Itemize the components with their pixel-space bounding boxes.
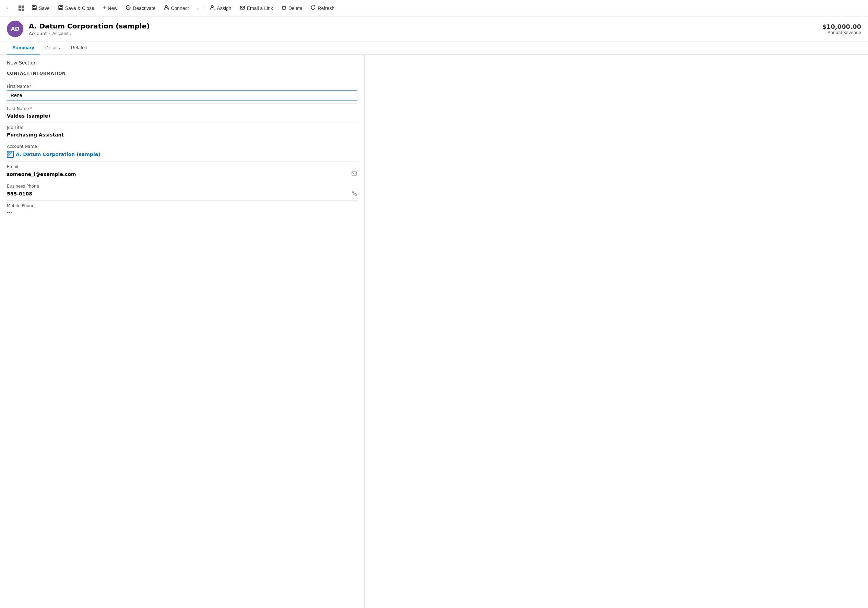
save-icon bbox=[31, 5, 37, 11]
svg-rect-22 bbox=[352, 172, 356, 175]
first-name-label: First Name * bbox=[7, 84, 357, 89]
tab-summary[interactable]: Summary bbox=[7, 42, 40, 54]
breadcrumb-1[interactable]: Account bbox=[29, 31, 47, 36]
svg-rect-9 bbox=[59, 8, 62, 9]
new-button[interactable]: + New bbox=[98, 0, 122, 16]
job-title-value[interactable]: Purchasing Assistant bbox=[7, 131, 357, 138]
left-panel: New Section CONTACT INFORMATION First Na… bbox=[0, 54, 364, 608]
more-options-button[interactable]: ⌄ bbox=[193, 0, 203, 16]
toolbar-divider-1 bbox=[204, 4, 205, 12]
first-name-required: * bbox=[29, 84, 31, 89]
assign-label: Assign bbox=[217, 6, 231, 11]
svg-rect-0 bbox=[19, 6, 21, 8]
mobile-phone-value[interactable]: --- bbox=[7, 209, 357, 215]
form-type-icon bbox=[15, 2, 28, 14]
email-label: Email bbox=[7, 164, 357, 169]
email-value-row: someone_i@example.com bbox=[7, 171, 357, 178]
deactivate-icon bbox=[126, 5, 131, 11]
field-business-phone: Business Phone 555-0108 bbox=[7, 181, 357, 201]
svg-rect-21 bbox=[9, 155, 10, 156]
breadcrumb-2-label: Account bbox=[53, 31, 68, 36]
new-section-title: New Section bbox=[7, 60, 357, 65]
field-job-title: Job Title Purchasing Assistant bbox=[7, 123, 357, 141]
svg-point-13 bbox=[167, 8, 169, 9]
record-header: AD A. Datum Corporation (sample) Account… bbox=[0, 17, 868, 42]
connect-icon bbox=[164, 5, 169, 11]
svg-rect-18 bbox=[282, 6, 286, 7]
email-link-label: Email a Link bbox=[247, 6, 273, 11]
svg-rect-6 bbox=[33, 8, 36, 9]
svg-rect-17 bbox=[283, 6, 285, 6]
refresh-button[interactable]: Refresh bbox=[306, 0, 338, 16]
main-content: New Section CONTACT INFORMATION First Na… bbox=[0, 54, 868, 608]
job-title-label: Job Title bbox=[7, 125, 357, 130]
toolbar: ← Save Save & Close + bbox=[0, 0, 868, 17]
account-name-link[interactable]: A. Datum Corporation (sample) bbox=[7, 150, 357, 158]
svg-point-12 bbox=[165, 6, 167, 8]
svg-rect-19 bbox=[9, 153, 10, 154]
delete-button[interactable]: Delete bbox=[277, 0, 306, 16]
svg-rect-8 bbox=[60, 6, 62, 7]
field-mobile-phone: Mobile Phone --- bbox=[7, 201, 357, 218]
last-name-required: * bbox=[29, 106, 31, 111]
assign-button[interactable]: Assign bbox=[206, 0, 236, 16]
contact-info-heading: CONTACT INFORMATION bbox=[7, 71, 357, 76]
back-button[interactable]: ← bbox=[3, 2, 15, 14]
email-link-button[interactable]: Email a Link bbox=[236, 0, 277, 16]
svg-point-15 bbox=[211, 6, 213, 8]
account-link-icon bbox=[7, 151, 14, 158]
back-icon: ← bbox=[6, 5, 12, 12]
business-phone-value[interactable]: 555-0108 bbox=[7, 190, 32, 197]
email-action-icon[interactable] bbox=[351, 171, 357, 178]
field-last-name: Last Name * Valdes (sample) bbox=[7, 104, 357, 123]
delete-icon bbox=[281, 5, 287, 11]
revenue-label: Annual Revenue bbox=[822, 30, 861, 35]
assign-icon bbox=[210, 5, 215, 11]
email-link-icon bbox=[240, 5, 245, 11]
breadcrumb-dropdown-button[interactable]: Account ⌄ bbox=[53, 31, 72, 36]
svg-rect-5 bbox=[33, 6, 35, 7]
avatar: AD bbox=[7, 20, 23, 37]
save-button[interactable]: Save bbox=[28, 0, 54, 16]
save-close-button[interactable]: Save & Close bbox=[54, 0, 98, 16]
record-title: A. Datum Corporation (sample) bbox=[29, 22, 150, 30]
record-header-left: AD A. Datum Corporation (sample) Account… bbox=[7, 20, 150, 37]
tab-details[interactable]: Details bbox=[40, 42, 65, 54]
delete-label: Delete bbox=[288, 6, 302, 11]
first-name-input[interactable] bbox=[7, 90, 357, 101]
connect-button[interactable]: Connect bbox=[160, 0, 193, 16]
field-first-name: First Name * bbox=[7, 81, 357, 104]
deactivate-label: Deactivate bbox=[133, 6, 155, 11]
email-value[interactable]: someone_i@example.com bbox=[7, 171, 76, 178]
business-phone-label: Business Phone bbox=[7, 184, 357, 189]
save-label: Save bbox=[39, 6, 50, 11]
last-name-value[interactable]: Valdes (sample) bbox=[7, 112, 357, 119]
refresh-icon bbox=[310, 5, 316, 11]
svg-rect-20 bbox=[11, 153, 12, 154]
mobile-phone-label: Mobile Phone bbox=[7, 203, 357, 208]
account-name-label: Account Name bbox=[7, 144, 357, 149]
business-phone-value-row: 555-0108 bbox=[7, 190, 357, 197]
right-panel bbox=[364, 54, 868, 608]
record-identity: A. Datum Corporation (sample) Account · … bbox=[29, 22, 150, 36]
breadcrumb-chevron-icon: ⌄ bbox=[69, 31, 72, 35]
last-name-label: Last Name * bbox=[7, 106, 357, 111]
save-close-label: Save & Close bbox=[65, 6, 94, 11]
save-close-icon bbox=[58, 5, 64, 11]
connect-label: Connect bbox=[171, 6, 189, 11]
field-email: Email someone_i@example.com bbox=[7, 161, 357, 181]
deactivate-button[interactable]: Deactivate bbox=[121, 0, 160, 16]
svg-rect-2 bbox=[19, 9, 21, 11]
new-icon: + bbox=[102, 5, 106, 12]
field-account-name: Account Name A. Datum Corporation (sampl… bbox=[7, 141, 357, 161]
new-label: New bbox=[108, 6, 117, 11]
breadcrumb-separator: · bbox=[49, 31, 50, 36]
record-subtitle: Account · Account ⌄ bbox=[29, 31, 150, 36]
phone-action-icon[interactable] bbox=[351, 190, 357, 197]
svg-rect-16 bbox=[240, 6, 245, 9]
tabs-bar: Summary Details Related bbox=[0, 42, 868, 54]
tab-related[interactable]: Related bbox=[65, 42, 93, 54]
svg-rect-3 bbox=[22, 9, 24, 11]
refresh-label: Refresh bbox=[318, 6, 334, 11]
revenue-amount: $10,000.00 bbox=[822, 23, 861, 30]
